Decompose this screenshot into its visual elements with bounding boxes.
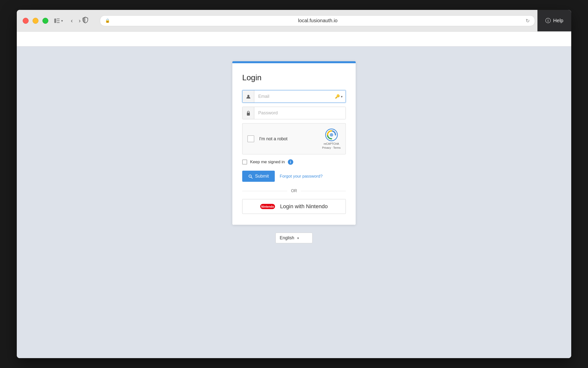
email-input-suffix: 🔑 ▾ [332, 90, 346, 102]
lock-input-icon [242, 107, 254, 119]
svg-rect-3 [57, 22, 60, 23]
keep-signed-info-icon[interactable]: i [288, 159, 293, 165]
forgot-password-link[interactable]: Forgot your password? [280, 174, 323, 179]
back-button[interactable]: ‹ [69, 16, 75, 25]
recaptcha-logo-icon [325, 128, 338, 141]
keep-signed-row: Keep me signed in i [242, 159, 346, 165]
address-bar[interactable]: 🔒 local.fusionauth.io ↻ [100, 15, 535, 26]
svg-text:Nintendo: Nintendo [261, 205, 274, 208]
password-input-group [242, 107, 346, 119]
svg-point-4 [247, 95, 249, 97]
sidebar-toggle[interactable]: ▾ [54, 19, 63, 23]
top-bar [17, 32, 571, 46]
nav-buttons: ‹ › [69, 16, 83, 25]
svg-rect-0 [54, 19, 56, 23]
reload-icon[interactable]: ↻ [526, 18, 530, 24]
browser-window: ▾ ‹ › 🔒 local.fusionauth.io ↻ ⬆ + ⊞ ⓘ [17, 10, 571, 358]
svg-rect-2 [57, 20, 60, 21]
or-divider: OR [242, 189, 346, 193]
forward-button[interactable]: › [77, 16, 83, 25]
lock-icon: 🔒 [105, 18, 110, 23]
login-card: Login 🔑 ▾ [232, 61, 356, 225]
recaptcha-privacy-link[interactable]: Privacy [322, 146, 331, 149]
user-icon [242, 90, 254, 102]
page-content: Login 🔑 ▾ [17, 46, 571, 358]
dropdown-arrow[interactable]: ▾ [341, 95, 343, 99]
help-label: Help [553, 18, 563, 23]
minimize-button[interactable] [33, 18, 38, 24]
language-dropdown[interactable]: English ▾ [276, 233, 312, 243]
recaptcha-brand-text: reCAPTCHA [324, 142, 339, 145]
close-button[interactable] [23, 18, 29, 24]
language-selected: English [280, 235, 294, 241]
svg-point-7 [330, 133, 333, 137]
nintendo-login-button[interactable]: Nintendo Login with Nintendo [242, 199, 346, 214]
card-body: Login 🔑 ▾ [232, 63, 356, 225]
recaptcha-label: I'm not a robot [259, 136, 288, 142]
help-button[interactable]: ⓘ Help [537, 10, 571, 31]
nintendo-logo-icon: Nintendo [260, 204, 275, 209]
address-bar-container: 🔒 local.fusionauth.io ↻ [100, 15, 535, 26]
nintendo-button-label: Login with Nintendo [280, 203, 328, 210]
browser-titlebar: ▾ ‹ › 🔒 local.fusionauth.io ↻ ⬆ + ⊞ ⓘ [17, 10, 571, 32]
sidebar-chevron: ▾ [61, 19, 63, 23]
submit-row: Submit Forgot your password? [242, 171, 346, 182]
sidebar-icon [54, 19, 60, 23]
svg-rect-5 [247, 113, 250, 116]
login-title: Login [242, 73, 346, 82]
recaptcha-branding: reCAPTCHA Privacy · Terms [322, 128, 341, 149]
email-input[interactable] [254, 90, 332, 102]
submit-button[interactable]: Submit [242, 171, 275, 182]
svg-rect-1 [57, 19, 60, 19]
url-text: local.fusionauth.io [113, 18, 523, 23]
or-line-left [242, 191, 287, 191]
help-circle-icon: ⓘ [545, 17, 551, 24]
submit-label: Submit [255, 174, 269, 179]
key-icon: 🔑 [335, 94, 340, 99]
maximize-button[interactable] [42, 18, 48, 24]
traffic-lights [23, 18, 48, 24]
password-input[interactable] [254, 107, 346, 119]
recaptcha-terms-link[interactable]: Terms [333, 146, 341, 149]
submit-icon [248, 174, 253, 179]
svg-line-9 [251, 177, 252, 178]
language-selector: English ▾ [276, 233, 312, 243]
or-text: OR [291, 189, 297, 193]
email-input-group: 🔑 ▾ [242, 90, 346, 103]
recaptcha-left: I'm not a robot [247, 135, 288, 142]
recaptcha-checkbox[interactable] [247, 135, 254, 142]
keep-signed-label: Keep me signed in [250, 160, 285, 164]
language-chevron-icon: ▾ [297, 236, 299, 240]
card-accent-bar [232, 61, 356, 63]
shield-icon [83, 17, 88, 25]
keep-signed-checkbox[interactable] [242, 160, 247, 164]
recaptcha-links: Privacy · Terms [322, 146, 341, 149]
recaptcha-box: I'm not a robot reCAPTCHA [242, 123, 346, 154]
or-line-right [301, 191, 346, 191]
